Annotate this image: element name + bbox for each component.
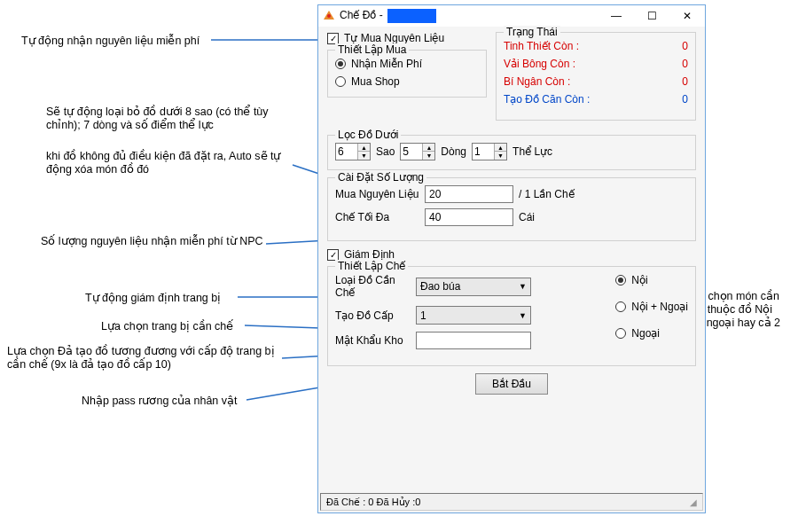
buy-free-label: Nhận Miễn Phí xyxy=(351,58,422,70)
minimize-button[interactable]: — xyxy=(598,5,634,27)
filter-theluc-label: Thể Lực xyxy=(512,145,552,158)
buy-shop-radio[interactable] xyxy=(335,76,346,87)
status-taodocan-label: Tạo Đồ Căn Còn : xyxy=(504,93,590,106)
annotation-filter-1: Sẽ tự động loại bỏ đồ dưới 8 sao (có thể… xyxy=(46,105,294,131)
annotation-level: Lựa chọn Đả tạo đồ tương đương với cấp đ… xyxy=(7,344,291,371)
status-tinhthiet-val: 0 xyxy=(682,40,688,52)
annotation-giamdinh: Tự động giám định trang bị xyxy=(85,291,221,304)
status-vaibong-val: 0 xyxy=(682,58,688,70)
chevron-down-icon: ▼ xyxy=(519,282,527,291)
auto-buy-checkbox[interactable]: ✓ xyxy=(327,33,339,44)
craft-level-label: Tạo Đồ Cấp xyxy=(335,309,411,322)
app-window: Chế Đồ - — ☐ ✕ ✓ Tự Mua Nguyên Liệu Thiế… xyxy=(317,4,706,513)
qty-buy-input[interactable]: 20 xyxy=(425,185,513,203)
giamdinh-checkbox[interactable]: ✓ xyxy=(327,249,339,261)
filter-group-legend: Lọc Đồ Dưới xyxy=(335,129,401,141)
start-button[interactable]: Bắt Đầu xyxy=(475,373,548,395)
resize-grip-icon[interactable]: ◢ xyxy=(690,497,697,507)
annotation-pass: Nhập pass rương của nhân vật xyxy=(82,394,238,407)
craft-level-select[interactable]: 1▼ xyxy=(416,306,531,325)
craft-pass-input[interactable] xyxy=(416,332,531,349)
giamdinh-label: Giám Định xyxy=(344,248,395,261)
craft-group-legend: Thiết Lập Chế xyxy=(335,260,408,272)
status-bingan-val: 0 xyxy=(682,75,688,88)
craft-noi-ngoai-radio[interactable] xyxy=(615,301,626,312)
status-bar: Đã Chế : 0 Đã Hủy :0 ◢ xyxy=(320,493,703,511)
filter-sao-label: Sao xyxy=(376,145,395,158)
status-taodocan-val: 0 xyxy=(682,93,688,106)
annotation-qty: Số lượng nguyên liệu nhận miễn phí từ NP… xyxy=(41,234,271,247)
craft-type-label: Loại Đồ Cần Chế xyxy=(335,274,411,299)
craft-noi-radio[interactable] xyxy=(615,275,626,286)
app-icon xyxy=(322,9,336,23)
titlebar: Chế Đồ - — ☐ ✕ xyxy=(318,5,705,27)
craft-noi-label: Nội xyxy=(631,274,647,286)
annotation-type: Lựa chọn trang bị cần chế xyxy=(101,319,233,332)
craft-type-select[interactable]: Đao búa▼ xyxy=(416,278,531,296)
status-bingan-label: Bí Ngân Còn : xyxy=(504,75,570,88)
status-tinhthiet-label: Tinh Thiết Còn : xyxy=(504,40,579,52)
window-title: Chế Đồ - xyxy=(340,9,436,23)
status-vaibong-label: Vải Bông Còn : xyxy=(504,58,575,70)
qty-max-input[interactable]: 40 xyxy=(425,208,513,226)
qty-max-label: Chế Tối Đa xyxy=(335,211,419,223)
craft-noi-ngoai-label: Nội + Ngoại xyxy=(631,301,688,313)
buy-free-radio[interactable] xyxy=(335,59,346,69)
annotation-filter-2: khi đồ không đủ điều kiện đã đặt ra, Aut… xyxy=(46,149,303,176)
status-group-legend: Trạng Thái xyxy=(504,26,560,38)
filter-dong-spinner[interactable]: 5▲▼ xyxy=(400,143,435,160)
qty-buy-label: Mua Nguyên Liệu xyxy=(335,188,419,200)
qty-max-suffix: Cái xyxy=(519,211,535,223)
qty-group-legend: Cài Đặt Số Lượng xyxy=(335,171,426,184)
status-bar-text: Đã Chế : 0 Đã Hủy :0 xyxy=(326,497,420,508)
craft-pass-label: Mật Khẩu Kho xyxy=(335,334,411,347)
craft-ngoai-label: Ngoại xyxy=(631,327,660,340)
craft-ngoai-radio[interactable] xyxy=(615,328,626,339)
buy-group-legend: Thiết Lập Mua xyxy=(335,43,409,56)
filter-theluc-spinner[interactable]: 1▲▼ xyxy=(472,143,507,160)
auto-buy-label: Tự Mua Nguyên Liệu xyxy=(344,32,444,44)
annotation-auto-buy: Tự động nhận nguyên liệu miễn phí xyxy=(21,34,200,47)
qty-buy-suffix: / 1 Lần Chế xyxy=(519,188,575,200)
filter-dong-label: Dòng xyxy=(441,145,466,158)
svg-point-9 xyxy=(327,14,331,18)
maximize-button[interactable]: ☐ xyxy=(634,5,669,27)
close-button[interactable]: ✕ xyxy=(669,5,705,27)
filter-sao-spinner[interactable]: 6▲▼ xyxy=(335,143,371,160)
buy-shop-label: Mua Shop xyxy=(351,75,400,88)
chevron-down-icon: ▼ xyxy=(519,311,527,320)
